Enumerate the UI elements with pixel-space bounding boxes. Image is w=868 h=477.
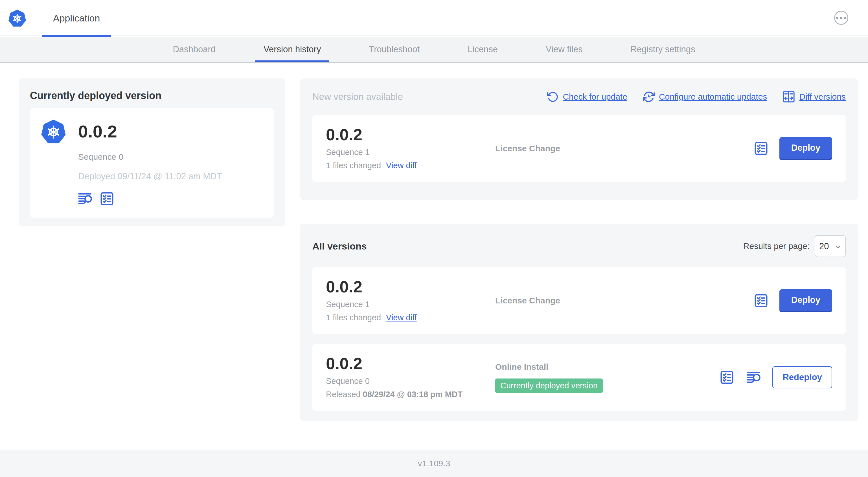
checklist-icon[interactable]: [99, 191, 115, 206]
refresh-icon: [547, 91, 559, 103]
new-version-title: New version available: [312, 91, 403, 102]
tab-license[interactable]: License: [465, 36, 501, 62]
version-number: 0.0.2: [326, 355, 495, 372]
footer: v1.109.3: [0, 450, 868, 477]
diff-versions-label: Diff versions: [799, 92, 846, 101]
kubernetes-app-icon: [40, 118, 67, 145]
admin-console-version: v1.109.3: [417, 459, 450, 468]
app-nav-tabs: Dashboard Version history Troubleshoot L…: [0, 37, 868, 63]
version-source-label: License Change: [495, 296, 560, 305]
deployed-timestamp: Deployed 09/11/24 @ 11:02 am MDT: [78, 171, 258, 181]
version-source-label: License Change: [495, 144, 560, 153]
tab-dashboard[interactable]: Dashboard: [170, 36, 218, 62]
configure-automatic-updates-link[interactable]: Configure automatic updates: [643, 91, 767, 103]
all-versions-panel: All versions Results per page: 20 0.0.2 …: [300, 224, 858, 421]
currently-deployed-badge: Currently deployed version: [495, 379, 603, 393]
configure-automatic-updates-label: Configure automatic updates: [659, 92, 767, 101]
tab-version-history[interactable]: Version history: [261, 36, 324, 62]
ellipsis-icon: [835, 17, 847, 19]
deployed-version-number: 0.0.2: [78, 121, 117, 141]
logs-icon[interactable]: [745, 370, 762, 385]
redeploy-button[interactable]: Redeploy: [772, 366, 832, 388]
tab-view-files[interactable]: View files: [543, 36, 585, 62]
version-source-label: Online Install: [495, 362, 548, 372]
logs-icon[interactable]: [77, 191, 93, 206]
tab-troubleshoot[interactable]: Troubleshoot: [366, 36, 423, 62]
kubernetes-logo-icon: [8, 8, 27, 28]
version-sequence: Sequence 1: [326, 147, 495, 157]
currently-deployed-card: 0.0.2 Sequence 0 Deployed 09/11/24 @ 11:…: [30, 109, 274, 218]
files-changed-label: 1 files changed: [326, 161, 381, 170]
currently-deployed-title: Currently deployed version: [30, 90, 274, 101]
auto-update-clock-icon: [643, 91, 655, 103]
view-diff-link[interactable]: View diff: [386, 161, 417, 170]
new-version-panel: New version available Check for update C…: [300, 79, 858, 200]
currently-deployed-panel: Currently deployed version 0.0.2 Sequenc…: [19, 79, 285, 226]
diff-versions-link[interactable]: Diff versions: [782, 90, 846, 103]
diff-icon: [782, 90, 795, 103]
version-row: 0.0.2 Sequence 0 Released 08/29/24 @ 03:…: [312, 344, 846, 411]
version-number: 0.0.2: [326, 126, 495, 143]
deploy-button[interactable]: Deploy: [779, 289, 832, 312]
results-per-page-label: Results per page:: [743, 241, 810, 251]
check-for-update-link[interactable]: Check for update: [547, 91, 627, 103]
deployed-sequence: Sequence 0: [78, 152, 258, 162]
released-timestamp: Released 08/29/24 @ 03:18 pm MDT: [326, 389, 495, 399]
version-sequence: Sequence 1: [326, 299, 495, 309]
results-per-page-select[interactable]: 20: [815, 235, 846, 257]
version-row: 0.0.2 Sequence 1 1 files changedView dif…: [312, 267, 846, 334]
new-version-card: 0.0.2 Sequence 1 1 files changedView dif…: [312, 115, 846, 182]
checklist-icon[interactable]: [753, 293, 769, 308]
version-sequence: Sequence 0: [326, 376, 495, 386]
checklist-icon[interactable]: [753, 141, 769, 156]
check-for-update-label: Check for update: [563, 92, 627, 101]
top-bar: Application: [0, 0, 868, 36]
tab-registry-settings[interactable]: Registry settings: [627, 36, 698, 62]
all-versions-title: All versions: [312, 241, 367, 252]
deploy-button[interactable]: Deploy: [779, 137, 832, 160]
app-tab-active-underline: [42, 35, 111, 37]
view-diff-link[interactable]: View diff: [386, 313, 417, 322]
version-number: 0.0.2: [326, 278, 495, 295]
app-tab-label: Application: [53, 13, 100, 24]
checklist-icon[interactable]: [719, 370, 735, 385]
files-changed-label: 1 files changed: [326, 313, 381, 322]
more-options-button[interactable]: [834, 11, 848, 25]
app-tab[interactable]: Application: [42, 0, 111, 36]
